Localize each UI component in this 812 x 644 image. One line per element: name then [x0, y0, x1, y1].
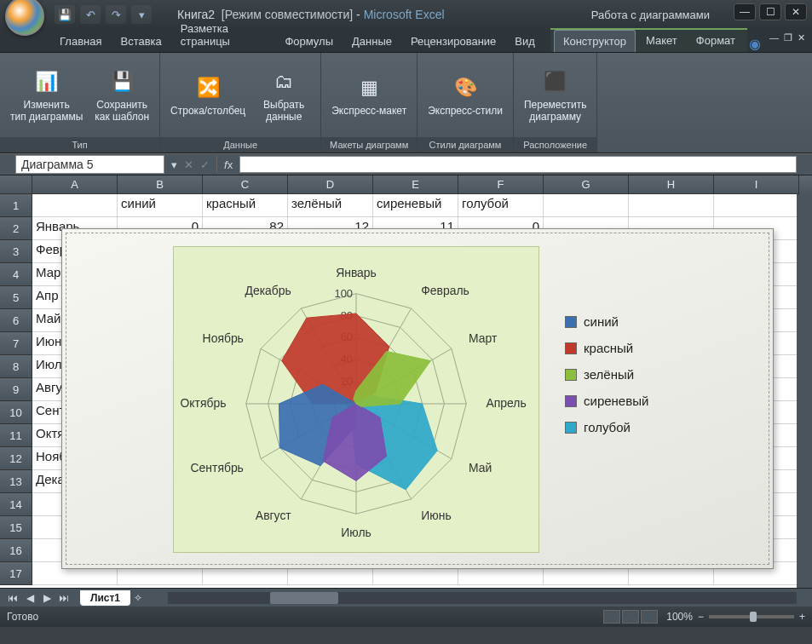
maximize-button[interactable]: ☐ — [759, 3, 781, 20]
help-icon[interactable]: ◉ — [749, 36, 761, 52]
save-template-button[interactable]: 💾Сохранитькак шаблон — [91, 65, 153, 126]
column-header[interactable]: E — [373, 175, 458, 194]
row-header[interactable]: 4 — [0, 263, 32, 286]
ribbon-group-label: Тип — [0, 137, 159, 152]
svg-text:Май: Май — [469, 461, 492, 474]
mdi-close[interactable]: ✕ — [798, 32, 805, 43]
move-chart-button[interactable]: ⬛Переместитьдиаграмму — [521, 65, 590, 126]
save-icon[interactable]: 💾 — [55, 5, 75, 24]
row-header[interactable]: 5 — [0, 286, 32, 309]
row-header[interactable]: 7 — [0, 332, 32, 355]
switch-rowcol-button[interactable]: 🔀Строка/столбец — [167, 71, 249, 120]
column-header[interactable]: H — [629, 175, 714, 194]
undo-icon[interactable]: ↶ — [80, 5, 101, 24]
row-header[interactable]: 12 — [0, 447, 32, 470]
view-normal[interactable] — [603, 610, 620, 624]
cell[interactable] — [714, 194, 799, 217]
tab-Вид[interactable]: Вид — [506, 31, 544, 52]
column-header[interactable]: F — [458, 175, 544, 194]
quick-layout-button[interactable]: ▦Экспресс-макет — [328, 71, 410, 120]
column-header[interactable]: B — [118, 175, 203, 194]
namebox-dropdown-icon[interactable]: ▾ — [171, 158, 177, 171]
new-sheet-icon[interactable]: ✧ — [134, 592, 142, 604]
row-header[interactable]: 15 — [0, 516, 32, 539]
formula-input[interactable] — [239, 156, 797, 173]
tab-Главная[interactable]: Главная — [51, 31, 110, 52]
row-header[interactable]: 17 — [0, 562, 32, 585]
row-header[interactable]: 6 — [0, 309, 32, 332]
sheet-tab[interactable]: Лист1 — [80, 590, 130, 606]
quick-style-button[interactable]: 🎨Экспресс-стили — [424, 71, 506, 120]
legend-item[interactable]: сиреневый — [565, 394, 648, 408]
row-header[interactable]: 14 — [0, 493, 32, 516]
row-header[interactable]: 10 — [0, 401, 32, 424]
tab-Конструктор[interactable]: Конструктор — [554, 30, 636, 52]
column-header[interactable]: I — [714, 175, 799, 194]
vertical-scrollbar[interactable] — [797, 194, 812, 588]
tab-Формат[interactable]: Формат — [688, 30, 744, 52]
zoom-control[interactable]: 100% − + — [666, 611, 805, 623]
cancel-icon[interactable]: ✕ — [184, 158, 193, 171]
sheet-nav-first[interactable]: ⏮ — [5, 592, 20, 604]
view-page-layout[interactable] — [622, 610, 639, 624]
row-header[interactable]: 11 — [0, 424, 32, 447]
cell[interactable]: синий — [118, 194, 203, 217]
change-type-button[interactable]: 📊Изменитьтип диаграммы — [7, 65, 86, 126]
zoom-out-icon[interactable]: − — [698, 611, 704, 623]
cell[interactable] — [544, 194, 629, 217]
row-header[interactable]: 2 — [0, 217, 32, 240]
row-header[interactable]: 9 — [0, 378, 32, 401]
qat-dropdown-icon[interactable]: ▾ — [131, 5, 152, 24]
svg-text:Сентябрь: Сентябрь — [191, 461, 244, 474]
sheet-nav-prev[interactable]: ◀ — [22, 592, 37, 604]
row-header[interactable]: 1 — [0, 194, 32, 217]
quick-layout-icon: ▦ — [355, 74, 383, 101]
tab-Рецензирование[interactable]: Рецензирование — [402, 31, 504, 52]
legend-item[interactable]: красный — [565, 341, 648, 355]
cell[interactable] — [629, 194, 714, 217]
cell[interactable]: красный — [203, 194, 288, 217]
row-header[interactable]: 16 — [0, 539, 32, 562]
column-header[interactable]: A — [32, 175, 118, 194]
ribbon: 📊Изменитьтип диаграммы💾Сохранитькак шабл… — [0, 53, 812, 153]
mdi-minimize[interactable]: — — [769, 32, 779, 43]
tab-Разметка страницы[interactable]: Разметка страницы — [172, 18, 275, 52]
column-header[interactable]: D — [288, 175, 373, 194]
legend-item[interactable]: голубой — [565, 420, 648, 434]
tab-Формулы[interactable]: Формулы — [276, 31, 342, 52]
plot-area[interactable]: ЯнварьФевральМартАпрельМайИюньИюльАвгуст… — [173, 246, 539, 553]
select-all-corner[interactable] — [0, 175, 32, 194]
legend-item[interactable]: синий — [565, 314, 648, 329]
tab-Макет[interactable]: Макет — [637, 30, 686, 52]
view-page-break[interactable] — [641, 610, 658, 624]
zoom-in-icon[interactable]: + — [799, 611, 805, 623]
sheet-nav-next[interactable]: ▶ — [39, 592, 55, 604]
cell[interactable]: голубой — [458, 194, 544, 217]
contextual-tab-title: Работа с диаграммами — [591, 9, 710, 21]
select-data-button[interactable]: 🗂Выбратьданные — [254, 65, 314, 126]
redo-icon[interactable]: ↷ — [106, 5, 126, 24]
tab-Данные[interactable]: Данные — [343, 31, 400, 52]
cell[interactable] — [32, 194, 118, 217]
row-header[interactable]: 13 — [0, 470, 32, 493]
column-header[interactable]: G — [544, 175, 629, 194]
mdi-restore[interactable]: ❐ — [784, 32, 792, 43]
worksheet-grid[interactable]: ABCDEFGHI 1синийкрасныйзелёныйсиреневыйг… — [0, 175, 812, 588]
row-header[interactable]: 3 — [0, 240, 32, 263]
legend-item[interactable]: зелёный — [565, 367, 648, 382]
chart-legend[interactable]: синийкрасныйзелёныйсиреневыйголубой — [565, 314, 648, 568]
horizontal-scrollbar[interactable] — [168, 592, 797, 604]
tab-Вставка[interactable]: Вставка — [112, 31, 170, 52]
sheet-nav-last[interactable]: ⏭ — [56, 592, 72, 604]
column-header[interactable]: C — [203, 175, 288, 194]
fx-icon[interactable]: fx — [224, 158, 233, 171]
svg-text:100: 100 — [334, 287, 353, 300]
cell[interactable]: сиреневый — [373, 194, 458, 217]
enter-icon[interactable]: ✓ — [200, 158, 210, 171]
name-box[interactable]: Диаграмма 5 — [15, 155, 164, 174]
cell[interactable]: зелёный — [288, 194, 373, 217]
close-button[interactable]: ✕ — [785, 3, 807, 20]
row-header[interactable]: 8 — [0, 355, 32, 378]
minimize-button[interactable]: — — [734, 3, 756, 20]
chart-object[interactable]: ЯнварьФевральМартАпрельМайИюньИюльАвгуст… — [61, 228, 774, 569]
